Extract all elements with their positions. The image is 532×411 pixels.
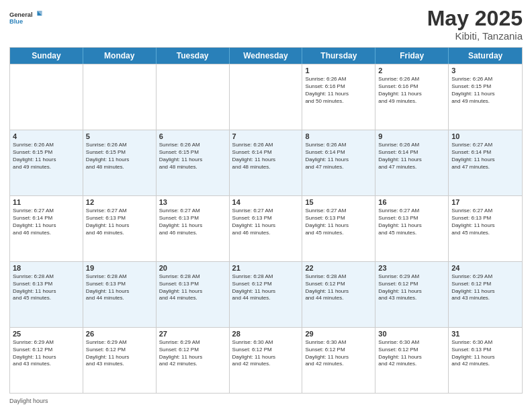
- day-number: 24: [451, 264, 519, 272]
- day-number: 2: [378, 66, 445, 75]
- cell-info: Sunrise: 6:29 AM Sunset: 6:12 PM Dayligh…: [451, 273, 519, 302]
- day-number: 20: [159, 264, 226, 272]
- cell-info: Sunrise: 6:29 AM Sunset: 6:12 PM Dayligh…: [86, 339, 153, 368]
- cell-empty-0-1: [83, 64, 157, 130]
- day-number: 7: [232, 132, 300, 140]
- cell-day-4: 4Sunrise: 6:26 AM Sunset: 6:15 PM Daylig…: [10, 130, 83, 195]
- location-title: Kibiti, Tanzania: [427, 30, 523, 42]
- calendar-row-3: 18Sunrise: 6:28 AM Sunset: 6:13 PM Dayli…: [10, 261, 522, 327]
- day-number: 10: [451, 132, 519, 140]
- calendar-header: SundayMondayTuesdayWednesdayThursdayFrid…: [10, 48, 522, 64]
- cell-day-7: 7Sunrise: 6:26 AM Sunset: 6:14 PM Daylig…: [230, 130, 303, 195]
- cell-info: Sunrise: 6:28 AM Sunset: 6:12 PM Dayligh…: [232, 273, 300, 302]
- calendar-body: 1Sunrise: 6:26 AM Sunset: 6:16 PM Daylig…: [10, 64, 522, 393]
- header-day-wednesday: Wednesday: [230, 48, 303, 64]
- cell-day-21: 21Sunrise: 6:28 AM Sunset: 6:12 PM Dayli…: [230, 262, 303, 327]
- cell-info: Sunrise: 6:30 AM Sunset: 6:12 PM Dayligh…: [378, 339, 445, 368]
- day-number: 4: [13, 132, 80, 140]
- cell-info: Sunrise: 6:26 AM Sunset: 6:15 PM Dayligh…: [451, 76, 519, 105]
- day-number: 9: [378, 132, 445, 140]
- cell-info: Sunrise: 6:27 AM Sunset: 6:13 PM Dayligh…: [159, 208, 226, 236]
- day-number: 12: [86, 198, 153, 206]
- cell-day-22: 22Sunrise: 6:28 AM Sunset: 6:12 PM Dayli…: [302, 262, 375, 327]
- cell-info: Sunrise: 6:26 AM Sunset: 6:16 PM Dayligh…: [305, 76, 372, 105]
- day-number: 26: [86, 330, 153, 338]
- cell-info: Sunrise: 6:27 AM Sunset: 6:14 PM Dayligh…: [13, 208, 80, 236]
- cell-day-17: 17Sunrise: 6:27 AM Sunset: 6:13 PM Dayli…: [449, 196, 522, 261]
- cell-day-31: 31Sunrise: 6:30 AM Sunset: 6:13 PM Dayli…: [449, 328, 522, 393]
- cell-day-26: 26Sunrise: 6:29 AM Sunset: 6:12 PM Dayli…: [83, 328, 157, 393]
- cell-info: Sunrise: 6:27 AM Sunset: 6:13 PM Dayligh…: [378, 208, 445, 236]
- day-number: 3: [451, 66, 519, 75]
- cell-info: Sunrise: 6:29 AM Sunset: 6:12 PM Dayligh…: [159, 339, 226, 368]
- svg-text:Blue: Blue: [9, 18, 23, 25]
- cell-info: Sunrise: 6:26 AM Sunset: 6:16 PM Dayligh…: [378, 76, 445, 105]
- svg-text:General: General: [9, 11, 33, 18]
- calendar-row-0: 1Sunrise: 6:26 AM Sunset: 6:16 PM Daylig…: [10, 64, 522, 130]
- cell-day-14: 14Sunrise: 6:27 AM Sunset: 6:13 PM Dayli…: [230, 196, 303, 261]
- cell-day-24: 24Sunrise: 6:29 AM Sunset: 6:12 PM Dayli…: [449, 262, 522, 327]
- cell-day-10: 10Sunrise: 6:27 AM Sunset: 6:14 PM Dayli…: [449, 130, 522, 195]
- logo-svg: General Blue: [9, 7, 43, 28]
- calendar-row-4: 25Sunrise: 6:29 AM Sunset: 6:12 PM Dayli…: [10, 327, 522, 393]
- footer: Daylight hours: [9, 398, 523, 404]
- day-number: 18: [13, 264, 80, 272]
- cell-empty-0-2: [157, 64, 230, 130]
- cell-day-28: 28Sunrise: 6:30 AM Sunset: 6:12 PM Dayli…: [230, 328, 303, 393]
- cell-day-18: 18Sunrise: 6:28 AM Sunset: 6:13 PM Dayli…: [10, 262, 83, 327]
- cell-day-6: 6Sunrise: 6:26 AM Sunset: 6:15 PM Daylig…: [157, 130, 230, 195]
- cell-day-27: 27Sunrise: 6:29 AM Sunset: 6:12 PM Dayli…: [157, 328, 230, 393]
- cell-info: Sunrise: 6:26 AM Sunset: 6:14 PM Dayligh…: [232, 142, 300, 171]
- header-day-tuesday: Tuesday: [157, 48, 230, 64]
- cell-day-16: 16Sunrise: 6:27 AM Sunset: 6:13 PM Dayli…: [375, 196, 449, 261]
- day-number: 22: [305, 264, 372, 272]
- cell-info: Sunrise: 6:30 AM Sunset: 6:12 PM Dayligh…: [232, 339, 300, 368]
- calendar-row-1: 4Sunrise: 6:26 AM Sunset: 6:15 PM Daylig…: [10, 130, 522, 195]
- cell-info: Sunrise: 6:26 AM Sunset: 6:14 PM Dayligh…: [378, 142, 445, 171]
- day-number: 19: [86, 264, 153, 272]
- cell-info: Sunrise: 6:30 AM Sunset: 6:12 PM Dayligh…: [305, 339, 372, 368]
- cell-day-23: 23Sunrise: 6:29 AM Sunset: 6:12 PM Dayli…: [375, 262, 449, 327]
- day-number: 13: [159, 198, 226, 206]
- day-number: 21: [232, 264, 300, 272]
- day-number: 1: [305, 66, 372, 75]
- cell-info: Sunrise: 6:28 AM Sunset: 6:13 PM Dayligh…: [86, 273, 153, 302]
- cell-day-15: 15Sunrise: 6:27 AM Sunset: 6:13 PM Dayli…: [302, 196, 375, 261]
- cell-day-8: 8Sunrise: 6:26 AM Sunset: 6:14 PM Daylig…: [302, 130, 375, 195]
- header-day-thursday: Thursday: [302, 48, 375, 64]
- cell-info: Sunrise: 6:28 AM Sunset: 6:13 PM Dayligh…: [13, 273, 80, 302]
- cell-info: Sunrise: 6:26 AM Sunset: 6:15 PM Dayligh…: [159, 142, 226, 171]
- header-day-sunday: Sunday: [10, 48, 83, 64]
- day-number: 14: [232, 198, 300, 206]
- day-number: 23: [378, 264, 445, 272]
- title-block: May 2025 Kibiti, Tanzania: [427, 7, 523, 42]
- footer-text: Daylight hours: [9, 398, 48, 404]
- cell-info: Sunrise: 6:29 AM Sunset: 6:12 PM Dayligh…: [378, 273, 445, 302]
- cell-day-5: 5Sunrise: 6:26 AM Sunset: 6:15 PM Daylig…: [83, 130, 157, 195]
- day-number: 27: [159, 330, 226, 338]
- cell-day-13: 13Sunrise: 6:27 AM Sunset: 6:13 PM Dayli…: [157, 196, 230, 261]
- day-number: 6: [159, 132, 226, 140]
- calendar: SundayMondayTuesdayWednesdayThursdayFrid…: [9, 47, 523, 394]
- month-title: May 2025: [427, 7, 523, 30]
- cell-empty-0-0: [10, 64, 83, 130]
- cell-info: Sunrise: 6:28 AM Sunset: 6:13 PM Dayligh…: [159, 273, 226, 302]
- cell-day-19: 19Sunrise: 6:28 AM Sunset: 6:13 PM Dayli…: [83, 262, 157, 327]
- page: General Blue May 2025 Kibiti, Tanzania S…: [0, 0, 532, 411]
- header-day-monday: Monday: [83, 48, 157, 64]
- day-number: 8: [305, 132, 372, 140]
- cell-info: Sunrise: 6:26 AM Sunset: 6:15 PM Dayligh…: [86, 142, 153, 171]
- header: General Blue May 2025 Kibiti, Tanzania: [9, 7, 523, 42]
- header-day-friday: Friday: [375, 48, 449, 64]
- day-number: 25: [13, 330, 80, 338]
- day-number: 29: [305, 330, 372, 338]
- cell-day-25: 25Sunrise: 6:29 AM Sunset: 6:12 PM Dayli…: [10, 328, 83, 393]
- cell-info: Sunrise: 6:28 AM Sunset: 6:12 PM Dayligh…: [305, 273, 372, 302]
- day-number: 31: [451, 330, 519, 338]
- cell-day-11: 11Sunrise: 6:27 AM Sunset: 6:14 PM Dayli…: [10, 196, 83, 261]
- cell-day-2: 2Sunrise: 6:26 AM Sunset: 6:16 PM Daylig…: [375, 64, 449, 130]
- header-day-saturday: Saturday: [449, 48, 522, 64]
- day-number: 28: [232, 330, 300, 338]
- cell-day-1: 1Sunrise: 6:26 AM Sunset: 6:16 PM Daylig…: [302, 64, 375, 130]
- day-number: 11: [13, 198, 80, 206]
